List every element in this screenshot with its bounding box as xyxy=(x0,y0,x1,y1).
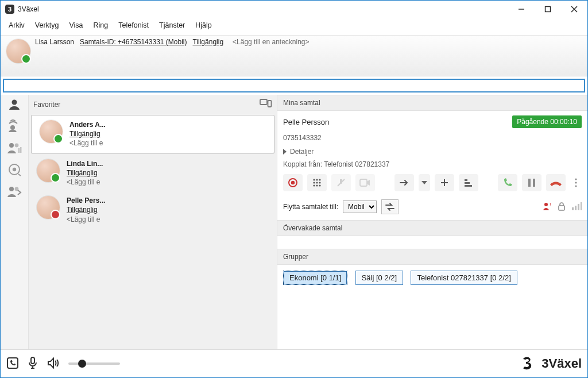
svg-point-23 xyxy=(313,184,315,186)
group-chip[interactable]: Ekonomi [0 1/1] xyxy=(283,271,347,285)
video-button[interactable] xyxy=(355,174,375,191)
add-call-button[interactable] xyxy=(435,174,454,191)
svg-point-25 xyxy=(319,184,320,186)
move-call-label: Flytta samtalet till: xyxy=(283,203,338,211)
menu-bar: Arkiv Verktyg Visa Ring Telefonist Tjäns… xyxy=(1,18,587,35)
record-button[interactable] xyxy=(283,174,303,191)
svg-point-17 xyxy=(313,179,315,180)
call-status-badge: Pågående 00:00:10 xyxy=(512,115,582,128)
favorite-note[interactable]: <Lägg till e xyxy=(67,215,105,224)
favorite-note[interactable]: <Lägg till e xyxy=(67,178,103,187)
favorite-item[interactable]: Pelle Pers... Tillgänglig <Lägg till e xyxy=(29,191,277,229)
svg-rect-32 xyxy=(465,185,472,187)
nav-rail xyxy=(1,95,29,349)
section-mina-samtal: Mina samtal xyxy=(277,95,587,111)
svg-rect-40 xyxy=(559,206,564,210)
chevron-right-icon xyxy=(283,149,287,155)
keypad-button[interactable] xyxy=(307,174,327,191)
speaker-icon[interactable] xyxy=(47,357,60,371)
group-chip[interactable]: Sälj [0 2/2] xyxy=(355,271,403,285)
svg-rect-9 xyxy=(20,147,21,153)
menu-arkiv[interactable]: Arkiv xyxy=(4,19,29,32)
svg-point-36 xyxy=(575,182,577,183)
menu-telefonist[interactable]: Telefonist xyxy=(114,19,153,32)
close-button[interactable] xyxy=(561,1,587,18)
svg-point-21 xyxy=(316,182,318,183)
svg-rect-31 xyxy=(465,182,470,184)
presence-dot-icon xyxy=(51,210,60,219)
caller-id-link[interactable]: Samtals-ID: +46735143331 (Mobil) xyxy=(80,38,187,46)
favorite-item[interactable]: Anders A... Tillgänglig <Lägg till e xyxy=(31,115,274,153)
favorite-status[interactable]: Tillgänglig xyxy=(67,205,105,214)
transfer-button[interactable] xyxy=(394,174,414,191)
availability-link[interactable]: Tillgänglig xyxy=(192,38,223,46)
park-button[interactable] xyxy=(459,174,478,191)
note-hint[interactable]: <Lägg till en anteckning> xyxy=(233,38,309,46)
minimize-button[interactable] xyxy=(508,1,535,18)
favorite-note[interactable]: <Lägg till e xyxy=(69,138,106,148)
details-toggle[interactable]: Detaljer xyxy=(283,148,582,156)
hangup-button[interactable] xyxy=(546,174,566,191)
connected-from: Kopplat från: Telefonist 027821337 xyxy=(283,160,582,168)
voice-tab-icon[interactable] xyxy=(7,163,22,176)
favorite-item[interactable]: Linda Lin... Tillgänglig <Lägg till e xyxy=(29,155,277,192)
favorites-title: Favoriter xyxy=(33,101,60,109)
favorite-status[interactable]: Tillgänglig xyxy=(69,129,106,138)
menu-visa[interactable]: Visa xyxy=(64,19,87,32)
call-name: Pelle Persson xyxy=(283,118,329,126)
presence-dot-icon xyxy=(53,134,63,144)
transfer-tab-icon[interactable] xyxy=(6,184,22,198)
favorite-name: Anders A... xyxy=(69,120,106,129)
svg-rect-46 xyxy=(31,357,34,364)
svg-rect-44 xyxy=(581,202,582,210)
favorite-status[interactable]: Tillgänglig xyxy=(67,168,103,178)
search-input[interactable] xyxy=(3,79,585,92)
maximize-button[interactable] xyxy=(535,1,561,18)
svg-point-22 xyxy=(319,182,320,183)
move-call-select[interactable]: Mobil xyxy=(343,200,377,213)
callers-tab-icon[interactable] xyxy=(7,119,22,133)
svg-point-16 xyxy=(291,181,295,184)
menu-verktyg[interactable]: Verktyg xyxy=(30,19,64,32)
details-label: Detaljer xyxy=(290,148,314,156)
call-number: 0735143332 xyxy=(283,134,582,142)
svg-point-11 xyxy=(9,187,14,191)
hold-button[interactable] xyxy=(522,174,541,191)
queues-tab-icon[interactable] xyxy=(6,141,22,155)
svg-rect-41 xyxy=(572,207,574,210)
avatar xyxy=(37,196,60,219)
svg-point-20 xyxy=(313,182,315,183)
favorite-name: Linda Lin... xyxy=(67,159,103,168)
menu-ring[interactable]: Ring xyxy=(89,19,113,32)
volume-thumb-icon xyxy=(78,360,86,368)
contacts-tab-icon[interactable] xyxy=(7,98,21,111)
svg-rect-8 xyxy=(18,148,20,153)
user-name: Lisa Larsson xyxy=(35,38,74,46)
favorite-name: Pelle Pers... xyxy=(67,196,105,205)
presence-dot-icon xyxy=(21,54,31,64)
svg-point-18 xyxy=(316,179,318,180)
answer-button[interactable] xyxy=(498,174,517,191)
user-avatar[interactable] xyxy=(6,39,30,63)
person-alert-icon: ! xyxy=(543,202,552,213)
avatar xyxy=(40,120,63,143)
svg-rect-45 xyxy=(7,358,18,368)
signal-icon xyxy=(571,202,582,213)
devices-icon[interactable] xyxy=(260,98,272,110)
identity-strip: Lisa Larsson Samtals-ID: +46735143331 (M… xyxy=(1,35,587,76)
mute-button[interactable] xyxy=(331,174,351,191)
svg-rect-1 xyxy=(546,7,551,12)
move-call-button[interactable] xyxy=(381,199,399,214)
transfer-menu-button[interactable] xyxy=(419,174,430,191)
dialer-icon[interactable] xyxy=(6,357,19,371)
svg-point-7 xyxy=(15,144,19,148)
group-chip[interactable]: Telefonist 027821337 [0 2/2] xyxy=(411,271,517,285)
menu-tjanster[interactable]: Tjänster xyxy=(154,19,189,32)
section-overvakade: Övervakade samtal xyxy=(277,220,587,236)
more-actions-button[interactable] xyxy=(570,174,582,191)
presence-dot-icon xyxy=(51,173,60,183)
svg-rect-34 xyxy=(533,179,535,187)
mic-icon[interactable] xyxy=(27,356,38,372)
volume-slider[interactable] xyxy=(68,362,120,365)
menu-hjalp[interactable]: Hjälp xyxy=(191,19,216,32)
